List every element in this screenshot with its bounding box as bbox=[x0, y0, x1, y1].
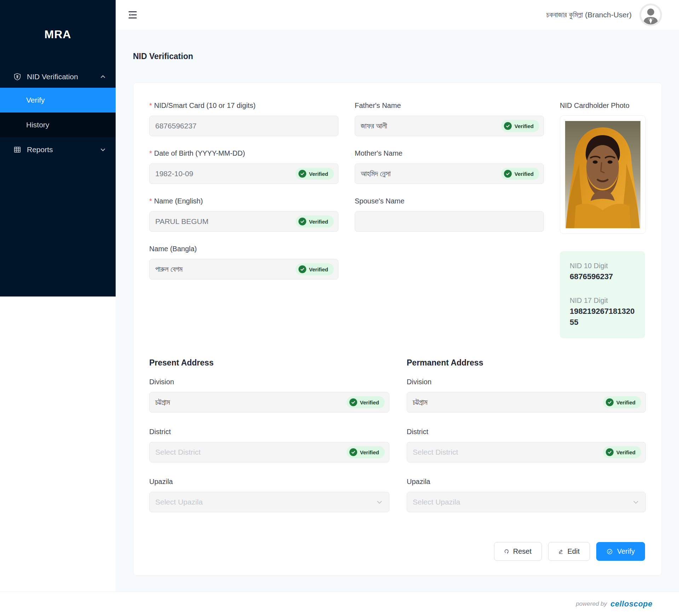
permanent-address-section: Permanent Address Division Verified Dist… bbox=[407, 358, 646, 527]
form-column-left: *NID/Smart Card (10 or 17 digits) *Date … bbox=[149, 101, 338, 338]
form-actions: Reset Edit Verify bbox=[149, 542, 645, 561]
name-en-label: *Name (English) bbox=[149, 197, 338, 205]
present-division-field: Verified bbox=[149, 392, 389, 413]
verified-badge: Verified bbox=[347, 396, 385, 408]
spouse-input[interactable] bbox=[355, 212, 544, 231]
father-field: Verified bbox=[355, 116, 544, 136]
sidebar-item-label: Verify bbox=[26, 96, 45, 104]
permanent-address-title: Permanent Address bbox=[407, 358, 646, 368]
chevron-down-icon bbox=[633, 499, 639, 505]
mother-field: Verified bbox=[355, 163, 544, 184]
permanent-upazila-label: Upazila bbox=[407, 477, 646, 486]
check-circle-icon bbox=[298, 265, 306, 273]
name-en-field: Verified bbox=[149, 211, 338, 232]
verified-badge: Verified bbox=[603, 446, 641, 458]
edit-icon bbox=[558, 548, 563, 555]
check-circle-icon bbox=[298, 170, 306, 178]
nid17-label: NID 17 Digit bbox=[570, 295, 636, 306]
chevron-up-icon bbox=[100, 74, 106, 80]
top-header: চকবাজার কুমিল্লা (Branch-User) bbox=[116, 0, 679, 30]
header-user-name: চকবাজার কুমিল্লা (Branch-User) bbox=[546, 11, 632, 19]
user-avatar[interactable] bbox=[639, 4, 662, 26]
permanent-upazila-field bbox=[407, 492, 646, 512]
verified-badge: Verified bbox=[501, 120, 539, 132]
verify-button[interactable]: Verify bbox=[596, 542, 645, 561]
nid-field bbox=[149, 116, 338, 136]
check-circle-icon bbox=[606, 398, 614, 406]
nid-verification-page: MRA NID Verification Verify History bbox=[0, 0, 679, 616]
spouse-field bbox=[355, 211, 544, 232]
present-district-label: District bbox=[149, 427, 389, 436]
present-division-label: Division bbox=[149, 378, 389, 386]
verified-badge: Verified bbox=[296, 215, 334, 228]
required-mark: * bbox=[149, 197, 152, 205]
nid17-value: 19821926718132055 bbox=[570, 306, 636, 328]
check-circle-icon bbox=[298, 218, 306, 225]
sidebar-item-verify[interactable]: Verify bbox=[0, 88, 116, 113]
chevron-down-icon bbox=[100, 147, 106, 152]
permanent-division-label: Division bbox=[407, 378, 646, 386]
present-address-title: Present Address bbox=[149, 358, 389, 368]
edit-button[interactable]: Edit bbox=[548, 542, 590, 561]
nid10-label: NID 10 Digit bbox=[570, 260, 636, 271]
present-upazila-field bbox=[149, 492, 389, 512]
verification-form-card: *NID/Smart Card (10 or 17 digits) *Date … bbox=[133, 82, 662, 576]
check-circle-icon bbox=[349, 398, 357, 406]
form-column-right: NID Cardholder Photo bbox=[560, 101, 646, 338]
nid-input[interactable] bbox=[150, 116, 338, 136]
sidebar-item-nid-verification[interactable]: NID Verification bbox=[0, 65, 116, 88]
verified-badge: Verified bbox=[347, 446, 385, 458]
sidebar-submenu-nid: Verify History bbox=[0, 88, 116, 137]
sidebar-item-reports[interactable]: Reports bbox=[0, 137, 116, 162]
reset-button[interactable]: Reset bbox=[494, 542, 542, 561]
verified-badge: Verified bbox=[296, 168, 334, 180]
required-mark: * bbox=[149, 102, 152, 109]
table-icon bbox=[13, 146, 21, 154]
safety-certificate-icon bbox=[13, 73, 21, 81]
name-bn-field: Verified bbox=[149, 259, 338, 280]
form-column-middle: Father's Name Verified Mother's Name bbox=[355, 101, 544, 338]
nid10-value: 6876596237 bbox=[570, 271, 636, 282]
reload-icon bbox=[504, 548, 509, 555]
mother-label: Mother's Name bbox=[355, 149, 544, 157]
permanent-upazila-select[interactable] bbox=[407, 492, 645, 512]
powered-by-text: powered by bbox=[576, 600, 607, 608]
menu-fold-icon[interactable] bbox=[127, 9, 139, 21]
required-mark: * bbox=[149, 149, 152, 157]
present-address-section: Present Address Division Verified Distri… bbox=[149, 358, 389, 527]
verified-badge: Verified bbox=[296, 263, 334, 275]
sidebar-item-label: Reports bbox=[27, 145, 100, 154]
chevron-down-icon bbox=[376, 499, 383, 505]
check-circle-icon bbox=[606, 448, 614, 456]
present-upazila-select[interactable] bbox=[150, 492, 389, 512]
verified-badge: Verified bbox=[603, 396, 641, 408]
dob-label: *Date of Birth (YYYY-MM-DD) bbox=[149, 149, 338, 157]
check-circle-icon bbox=[349, 448, 357, 456]
portrait-photo bbox=[565, 121, 640, 228]
check-circle-icon bbox=[607, 548, 613, 555]
sidebar: MRA NID Verification Verify History bbox=[0, 0, 116, 297]
celloscope-logo: celloscope bbox=[610, 599, 652, 609]
nid-digits-box: NID 10 Digit 6876596237 NID 17 Digit 198… bbox=[560, 251, 645, 338]
dob-field: Verified bbox=[149, 163, 338, 184]
permanent-division-field: Verified bbox=[407, 392, 646, 413]
check-circle-icon bbox=[504, 122, 512, 130]
sidebar-item-label: History bbox=[26, 121, 49, 129]
check-circle-icon bbox=[504, 170, 512, 178]
nid-label: *NID/Smart Card (10 or 17 digits) bbox=[149, 101, 338, 110]
permanent-district-field: Verified bbox=[407, 442, 646, 462]
nid-cardholder-photo bbox=[560, 115, 646, 234]
app-logo-text: MRA bbox=[45, 28, 71, 41]
verified-badge: Verified bbox=[501, 168, 539, 180]
app-logo: MRA bbox=[0, 0, 116, 65]
sidebar-item-history[interactable]: History bbox=[0, 113, 116, 137]
page-title: NID Verification bbox=[133, 52, 679, 61]
user-avatar-icon bbox=[641, 5, 660, 24]
name-bn-label: Name (Bangla) bbox=[149, 244, 338, 253]
page-footer: powered by celloscope bbox=[0, 592, 679, 616]
header-user-area[interactable]: চকবাজার কুমিল্লা (Branch-User) bbox=[546, 4, 679, 26]
permanent-district-label: District bbox=[407, 427, 646, 436]
present-district-field: Verified bbox=[149, 442, 389, 462]
sidebar-item-label: NID Verification bbox=[27, 73, 100, 81]
present-upazila-label: Upazila bbox=[149, 477, 389, 486]
